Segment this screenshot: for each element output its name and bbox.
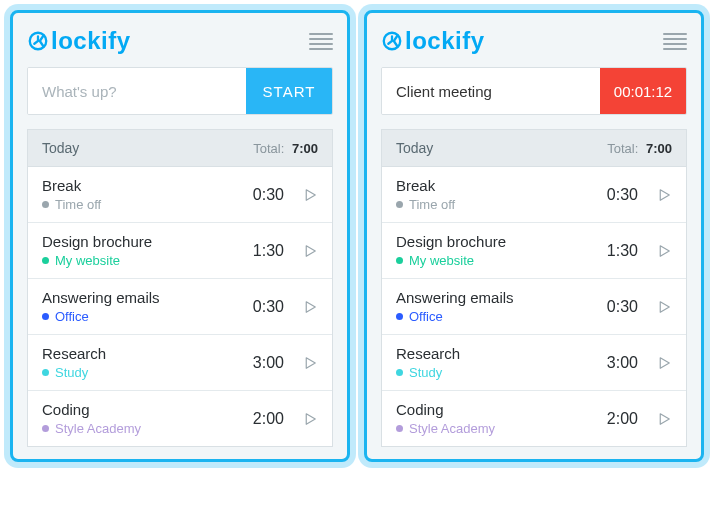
clockify-logo-icon [381, 30, 403, 52]
task-input[interactable] [382, 68, 600, 114]
entry-title: Coding [42, 401, 253, 418]
project-name: Office [55, 309, 89, 324]
entry-title: Break [396, 177, 607, 194]
entry-project: Style Academy [396, 421, 607, 436]
entry-main: ResearchStudy [396, 345, 607, 380]
time-entry[interactable]: ResearchStudy3:00 [382, 335, 686, 391]
entry-main: Answering emailsOffice [396, 289, 607, 324]
play-icon[interactable] [650, 349, 678, 377]
entry-project: Time off [42, 197, 253, 212]
entry-main: ResearchStudy [42, 345, 253, 380]
entry-project: Style Academy [42, 421, 253, 436]
new-entry-row: START [27, 67, 333, 115]
entry-project: Study [42, 365, 253, 380]
app-logo: lockify [27, 27, 131, 55]
entry-duration: 1:30 [253, 242, 284, 260]
entry-main: BreakTime off [396, 177, 607, 212]
entry-project: Time off [396, 197, 607, 212]
project-color-dot [42, 201, 49, 208]
menu-icon[interactable] [663, 33, 687, 50]
project-name: Style Academy [409, 421, 495, 436]
time-entry[interactable]: CodingStyle Academy2:00 [382, 391, 686, 446]
project-color-dot [42, 369, 49, 376]
app-logo-text: lockify [51, 27, 131, 55]
panel-header: lockify [381, 27, 687, 55]
time-entry[interactable]: CodingStyle Academy2:00 [28, 391, 332, 446]
play-icon[interactable] [296, 349, 324, 377]
entry-title: Answering emails [42, 289, 253, 306]
entry-main: Design brochureMy website [396, 233, 607, 268]
menu-icon[interactable] [309, 33, 333, 50]
day-header: Today Total: 7:00 [28, 130, 332, 167]
day-label: Today [42, 140, 79, 156]
entry-project: Office [42, 309, 253, 324]
play-icon[interactable] [296, 405, 324, 433]
play-icon[interactable] [296, 181, 324, 209]
play-icon[interactable] [650, 181, 678, 209]
entry-main: Design brochureMy website [42, 233, 253, 268]
time-entry[interactable]: BreakTime off0:30 [382, 167, 686, 223]
day-total: Total: 7:00 [253, 141, 318, 156]
app-logo: lockify [381, 27, 485, 55]
entry-duration: 3:00 [253, 354, 284, 372]
project-name: Time off [409, 197, 455, 212]
start-button[interactable]: START [246, 68, 332, 114]
project-color-dot [396, 257, 403, 264]
entries-container-right: BreakTime off0:30Design brochureMy websi… [382, 167, 686, 446]
entry-title: Design brochure [42, 233, 253, 250]
entry-project: Study [396, 365, 607, 380]
entry-main: CodingStyle Academy [42, 401, 253, 436]
entries-list: Today Total: 7:00 BreakTime off0:30Desig… [381, 129, 687, 447]
play-icon[interactable] [296, 237, 324, 265]
time-entry[interactable]: Design brochureMy website1:30 [382, 223, 686, 279]
project-name: Office [409, 309, 443, 324]
project-name: Study [409, 365, 442, 380]
running-entry-row: 00:01:12 [381, 67, 687, 115]
time-entry[interactable]: Design brochureMy website1:30 [28, 223, 332, 279]
entry-duration: 2:00 [253, 410, 284, 428]
day-label: Today [396, 140, 433, 156]
entry-main: CodingStyle Academy [396, 401, 607, 436]
play-icon[interactable] [296, 293, 324, 321]
entry-duration: 0:30 [607, 186, 638, 204]
entry-title: Research [42, 345, 253, 362]
time-entry[interactable]: Answering emailsOffice0:30 [28, 279, 332, 335]
entry-main: Answering emailsOffice [42, 289, 253, 324]
project-name: Style Academy [55, 421, 141, 436]
entry-duration: 3:00 [607, 354, 638, 372]
entry-title: Design brochure [396, 233, 607, 250]
entry-duration: 0:30 [607, 298, 638, 316]
project-color-dot [396, 313, 403, 320]
project-name: My website [55, 253, 120, 268]
project-name: Time off [55, 197, 101, 212]
project-color-dot [42, 425, 49, 432]
entry-duration: 0:30 [253, 186, 284, 204]
tracker-panel-running: lockify 00:01:12 Today Total: 7:00 Break… [364, 10, 704, 462]
project-color-dot [42, 257, 49, 264]
entry-duration: 1:30 [607, 242, 638, 260]
task-input[interactable] [28, 68, 246, 114]
project-color-dot [396, 369, 403, 376]
project-name: Study [55, 365, 88, 380]
project-color-dot [396, 201, 403, 208]
time-entry[interactable]: ResearchStudy3:00 [28, 335, 332, 391]
entries-list: Today Total: 7:00 BreakTime off0:30Desig… [27, 129, 333, 447]
day-header: Today Total: 7:00 [382, 130, 686, 167]
project-color-dot [396, 425, 403, 432]
entry-title: Answering emails [396, 289, 607, 306]
stop-timer-button[interactable]: 00:01:12 [600, 68, 686, 114]
project-name: My website [409, 253, 474, 268]
entry-duration: 0:30 [253, 298, 284, 316]
time-entry[interactable]: BreakTime off0:30 [28, 167, 332, 223]
play-icon[interactable] [650, 293, 678, 321]
entry-main: BreakTime off [42, 177, 253, 212]
project-color-dot [42, 313, 49, 320]
entry-duration: 2:00 [607, 410, 638, 428]
entry-project: Office [396, 309, 607, 324]
play-icon[interactable] [650, 405, 678, 433]
panel-header: lockify [27, 27, 333, 55]
entry-title: Research [396, 345, 607, 362]
entries-container-left: BreakTime off0:30Design brochureMy websi… [28, 167, 332, 446]
play-icon[interactable] [650, 237, 678, 265]
time-entry[interactable]: Answering emailsOffice0:30 [382, 279, 686, 335]
